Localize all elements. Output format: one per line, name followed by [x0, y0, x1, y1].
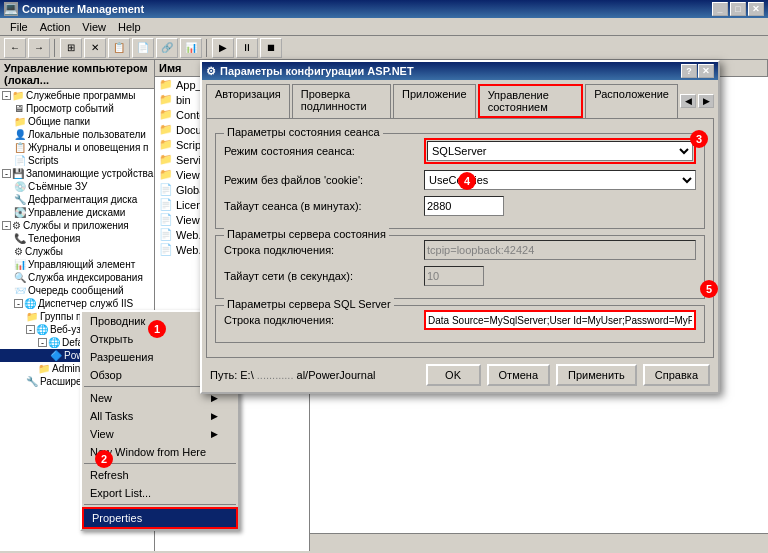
- menu-bar: File Action View Help: [0, 18, 768, 36]
- state-server-group: Параметры сервера состояния Строка подкл…: [215, 235, 705, 299]
- ctx-alltasks[interactable]: All Tasks ▶: [82, 407, 238, 425]
- dialog-title-bar: ⚙ Параметры конфигурации ASP.NET ? ✕: [202, 62, 718, 80]
- tree-item-logs[interactable]: 📋 Журналы и оповещения пр...: [0, 141, 154, 154]
- tb-btn-5[interactable]: 📋: [108, 38, 130, 58]
- expand-storage[interactable]: -: [2, 169, 11, 178]
- cookie-mode-select[interactable]: UseCookies UseUri AutoDetect UseDevicePr…: [424, 170, 696, 190]
- dialog-footer: Путь: E:\ ............ al/PowerJournal O…: [202, 358, 718, 392]
- tb-btn-6[interactable]: 📄: [132, 38, 154, 58]
- ctx-sep2: [84, 463, 236, 464]
- cookie-mode-label: Режим без файлов 'cookie':: [224, 174, 424, 186]
- tree-item-services[interactable]: - 📁 Служебные программы: [0, 89, 154, 102]
- expand-services[interactable]: -: [2, 91, 11, 100]
- tab-content: Параметры состояния сеанса Режим состоян…: [206, 118, 714, 358]
- left-panel-header: Управление компьютером (локал...: [0, 60, 154, 89]
- tree-item-events[interactable]: 🖥 Просмотр событий: [0, 102, 154, 115]
- back-button[interactable]: ←: [4, 38, 26, 58]
- tab-authentication[interactable]: Проверка подлинности: [292, 84, 391, 118]
- play-button[interactable]: ▶: [212, 38, 234, 58]
- network-timeout-row: Тайаут сети (в секундах):: [224, 266, 696, 286]
- tb-btn-8[interactable]: 📊: [180, 38, 202, 58]
- menu-view[interactable]: View: [76, 19, 112, 35]
- dialog-title-controls: ? ✕: [681, 64, 714, 78]
- cancel-button[interactable]: Отмена: [487, 364, 550, 386]
- help-button[interactable]: Справка: [643, 364, 710, 386]
- tree-item-scripts[interactable]: 📄 Scripts: [0, 154, 154, 167]
- tree-item-storage[interactable]: - 💾 Запоминающие устройства: [0, 167, 154, 180]
- state-server-title: Параметры сервера состояния: [224, 228, 389, 240]
- ctx-view-arrow: ▶: [211, 429, 218, 439]
- sql-conn-input[interactable]: [424, 310, 696, 330]
- window-title: Computer Management: [22, 3, 144, 15]
- ctx-refresh[interactable]: Refresh: [82, 466, 238, 484]
- tree-item-svcs[interactable]: ⚙ Службы: [0, 245, 154, 258]
- session-params-title: Параметры состояния сеанса: [224, 126, 383, 138]
- tree-item-indexing[interactable]: 🔍 Служба индексирования: [0, 271, 154, 284]
- menu-action[interactable]: Action: [34, 19, 77, 35]
- minimize-button[interactable]: _: [712, 2, 728, 16]
- apply-button[interactable]: Применить: [556, 364, 637, 386]
- scroll-right-btn[interactable]: ▶: [698, 94, 714, 108]
- status-bar: [310, 533, 768, 551]
- dialog-title-icon: ⚙: [206, 65, 216, 78]
- ctx-new-window[interactable]: New Window from Here: [82, 443, 238, 461]
- tree-item-telephony[interactable]: 📞 Телефония: [0, 232, 154, 245]
- stop-button[interactable]: ⏹: [260, 38, 282, 58]
- tree-item-diskmgmt[interactable]: 💽 Управление дисками: [0, 206, 154, 219]
- expand-websites[interactable]: -: [26, 325, 35, 334]
- network-timeout-input: [424, 266, 484, 286]
- tree-item-localusers[interactable]: 👤 Локальные пользователи: [0, 128, 154, 141]
- restore-button[interactable]: □: [730, 2, 746, 16]
- tree-item-wmi[interactable]: 📊 Управляющий элемент WM...: [0, 258, 154, 271]
- timeout-label: Тайаут сеанса (в минутах):: [224, 200, 424, 212]
- tb-btn-3[interactable]: ⊞: [60, 38, 82, 58]
- dialog-title-text: Параметры конфигурации ASP.NET: [220, 65, 414, 77]
- forward-button[interactable]: →: [28, 38, 50, 58]
- tree-item-iis[interactable]: - 🌐 Диспетчер служб IIS: [0, 297, 154, 310]
- tab-auth[interactable]: Авторизация: [206, 84, 290, 118]
- ctx-properties[interactable]: Properties: [82, 507, 238, 529]
- dialog-help-btn[interactable]: ?: [681, 64, 697, 78]
- tab-location[interactable]: Расположение: [585, 84, 678, 118]
- expand-defaultweb[interactable]: -: [38, 338, 47, 347]
- sql-server-title: Параметры сервера SQL Server: [224, 298, 394, 310]
- state-conn-input: [424, 240, 696, 260]
- ok-button[interactable]: OK: [426, 364, 481, 386]
- title-controls: _ □ ✕: [712, 2, 764, 16]
- scroll-left-btn[interactable]: ◀: [680, 94, 696, 108]
- close-button[interactable]: ✕: [748, 2, 764, 16]
- session-mode-select[interactable]: SQLServer InProc StateServer Off: [427, 141, 693, 161]
- aspnet-dialog: ⚙ Параметры конфигурации ASP.NET ? ✕ Авт…: [200, 60, 720, 394]
- network-timeout-label: Тайаут сети (в секундах):: [224, 270, 424, 282]
- toolbar: ← → ⊞ ✕ 📋 📄 🔗 📊 ▶ ⏸ ⏹: [0, 36, 768, 60]
- expand-iis[interactable]: -: [14, 299, 23, 308]
- ctx-view[interactable]: View ▶: [82, 425, 238, 443]
- tree-item-shared[interactable]: 📁 Общие папки: [0, 115, 154, 128]
- state-conn-row: Строка подключения:: [224, 240, 696, 260]
- tab-app[interactable]: Приложение: [393, 84, 476, 118]
- tree-item-msgqueue[interactable]: 📨 Очередь сообщений: [0, 284, 154, 297]
- delete-button[interactable]: ✕: [84, 38, 106, 58]
- ctx-export[interactable]: Export List...: [82, 484, 238, 502]
- expand-svcapps[interactable]: -: [2, 221, 11, 230]
- dialog-close-btn[interactable]: ✕: [698, 64, 714, 78]
- ctx-new-arrow: ▶: [211, 393, 218, 403]
- tab-state-management[interactable]: Управление состоянием: [478, 84, 584, 118]
- tree-item-defrag[interactable]: 🔧 Дефрагментация диска: [0, 193, 154, 206]
- sql-server-group: Параметры сервера SQL Server Строка подк…: [215, 305, 705, 343]
- menu-file[interactable]: File: [4, 19, 34, 35]
- tree-item-svcapps[interactable]: - ⚙ Службы и приложения: [0, 219, 154, 232]
- footer-path: Путь: E:\ ............ al/PowerJournal: [210, 369, 420, 381]
- title-bar: 💻 Computer Management _ □ ✕: [0, 0, 768, 18]
- pause-button[interactable]: ⏸: [236, 38, 258, 58]
- menu-help[interactable]: Help: [112, 19, 147, 35]
- tree-item-removable[interactable]: 💿 Съёмные ЗУ: [0, 180, 154, 193]
- tb-btn-7[interactable]: 🔗: [156, 38, 178, 58]
- timeout-row: Тайаут сеанса (в минутах):: [224, 196, 696, 216]
- dialog-tabs: Авторизация Проверка подлинности Приложе…: [202, 80, 718, 118]
- ctx-sep3: [84, 504, 236, 505]
- timeout-input[interactable]: [424, 196, 504, 216]
- sep2: [206, 39, 208, 57]
- sep1: [54, 39, 56, 57]
- cookie-mode-row: Режим без файлов 'cookie': UseCookies Us…: [224, 170, 696, 190]
